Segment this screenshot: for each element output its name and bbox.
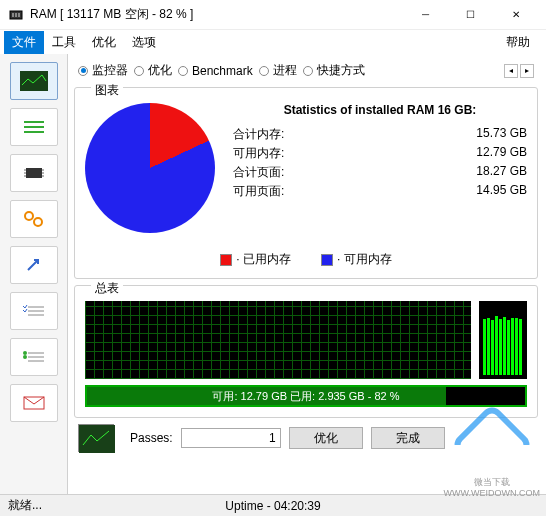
- svg-point-23: [23, 351, 27, 355]
- chart-legend: · 已用内存 · 可用内存: [85, 251, 527, 268]
- usage-graph-bars: [479, 301, 527, 379]
- stat-row-total-mem: 合计内存:15.73 GB: [233, 125, 527, 144]
- stat-row-avail-mem: 可用内存:12.79 GB: [233, 144, 527, 163]
- svg-point-24: [23, 355, 27, 359]
- sidebar-item-options[interactable]: [10, 338, 58, 376]
- usage-graph-main: [85, 301, 471, 379]
- passes-input[interactable]: [181, 428, 281, 448]
- window-title: RAM [ 13117 MB 空闲 - 82 % ]: [30, 6, 403, 23]
- sidebar-item-tasks[interactable]: [10, 292, 58, 330]
- chart-panel-label: 图表: [91, 82, 123, 99]
- benchmark-icon[interactable]: [78, 424, 114, 452]
- stat-row-total-page: 合计页面:18.27 GB: [233, 163, 527, 182]
- stats-column: Statistics of installed RAM 16 GB: 合计内存:…: [233, 103, 527, 243]
- sidebar-item-list[interactable]: [10, 108, 58, 146]
- legend-avail: · 可用内存: [321, 251, 392, 268]
- menu-bar: 文件 工具 优化 选项 帮助: [0, 30, 546, 54]
- tab-nav-right[interactable]: ▸: [520, 64, 534, 78]
- svg-rect-1: [12, 13, 14, 17]
- close-button[interactable]: ✕: [493, 0, 538, 30]
- sidebar-item-mail[interactable]: [10, 384, 58, 422]
- menu-help[interactable]: 帮助: [498, 31, 538, 54]
- svg-rect-2: [15, 13, 17, 17]
- tab-nav-left[interactable]: ◂: [504, 64, 518, 78]
- tab-process[interactable]: 进程: [259, 62, 297, 79]
- title-bar: RAM [ 13117 MB 空闲 - 82 % ] ─ ☐ ✕: [0, 0, 546, 30]
- tab-shortcut[interactable]: 快捷方式: [303, 62, 365, 79]
- menu-optimize[interactable]: 优化: [84, 31, 124, 54]
- svg-rect-8: [26, 168, 42, 178]
- sidebar-item-chip[interactable]: [10, 154, 58, 192]
- passes-label: Passes:: [130, 431, 173, 445]
- svg-rect-4: [20, 71, 48, 91]
- tab-monitor[interactable]: 监控器: [78, 62, 128, 79]
- sidebar-item-settings[interactable]: [10, 200, 58, 238]
- sidebar-item-shortcut[interactable]: [10, 246, 58, 284]
- optimize-button[interactable]: 优化: [289, 427, 363, 449]
- usage-graph: [85, 301, 527, 379]
- menu-file[interactable]: 文件: [4, 31, 44, 54]
- done-button[interactable]: 完成: [371, 427, 445, 449]
- usage-bar-text: 可用: 12.79 GB 已用: 2.935 GB - 82 %: [87, 387, 525, 405]
- svg-point-16: [34, 218, 42, 226]
- maximize-button[interactable]: ☐: [448, 0, 493, 30]
- sidebar-item-monitor[interactable]: [10, 62, 58, 100]
- svg-rect-26: [79, 425, 115, 453]
- minimize-button[interactable]: ─: [403, 0, 448, 30]
- menu-tools[interactable]: 工具: [44, 31, 84, 54]
- sidebar: [0, 54, 68, 494]
- main-area: 监控器 优化 Benchmark 进程 快捷方式 ◂ ▸ 图表 Statisti…: [0, 54, 546, 494]
- status-bar: 就绪... Uptime - 04:20:39: [0, 494, 546, 516]
- status-ready: 就绪...: [8, 497, 185, 514]
- app-icon: [8, 7, 24, 23]
- tab-optimize[interactable]: 优化: [134, 62, 172, 79]
- pie-chart: [85, 103, 225, 243]
- usage-panel-label: 总表: [91, 280, 123, 297]
- status-uptime: Uptime - 04:20:39: [185, 499, 362, 513]
- legend-used: · 已用内存: [220, 251, 291, 268]
- svg-point-15: [25, 212, 33, 220]
- usage-bar: 可用: 12.79 GB 已用: 2.935 GB - 82 %: [85, 385, 527, 407]
- svg-rect-3: [18, 13, 20, 17]
- window-controls: ─ ☐ ✕: [403, 0, 538, 30]
- stat-row-avail-page: 可用页面:14.95 GB: [233, 182, 527, 201]
- tab-benchmark[interactable]: Benchmark: [178, 64, 253, 78]
- bottom-bar: Passes: 优化 完成: [74, 418, 538, 456]
- tab-bar: 监控器 优化 Benchmark 进程 快捷方式 ◂ ▸: [74, 58, 538, 87]
- stats-title: Statistics of installed RAM 16 GB:: [233, 103, 527, 117]
- usage-panel: 总表 可用: 12.79 GB 已用: 2.935 GB - 82 %: [74, 285, 538, 418]
- chart-panel: 图表 Statistics of installed RAM 16 GB: 合计…: [74, 87, 538, 279]
- content-area: 监控器 优化 Benchmark 进程 快捷方式 ◂ ▸ 图表 Statisti…: [68, 54, 546, 494]
- menu-options[interactable]: 选项: [124, 31, 164, 54]
